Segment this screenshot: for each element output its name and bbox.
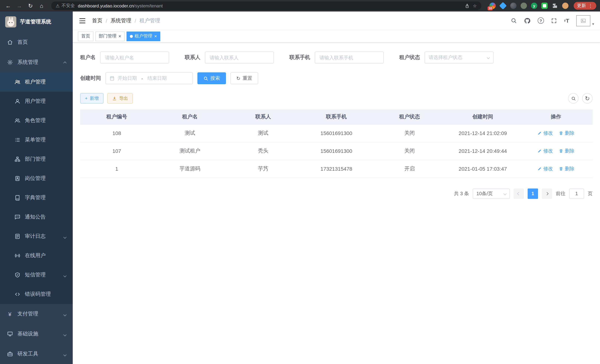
search-icon[interactable]: [511, 18, 517, 24]
sidebar-item-online-users[interactable]: 在线用户: [0, 246, 73, 265]
close-icon[interactable]: ×: [118, 34, 121, 38]
sidebar-item-posts[interactable]: 岗位管理: [0, 169, 73, 188]
sidebar-item-sms[interactable]: 短信管理: [0, 265, 73, 285]
sidebar-item-notices[interactable]: 通知公告: [0, 207, 73, 227]
export-button[interactable]: 导出: [107, 93, 133, 103]
sidebar-item-departments[interactable]: 部门管理: [0, 149, 73, 169]
font-size-icon[interactable]: тT: [564, 18, 569, 24]
sidebar-item-error-codes[interactable]: 错误码管理: [0, 285, 73, 304]
column-header: 操作: [519, 110, 593, 124]
sidebar-toggle-icon[interactable]: [79, 17, 86, 24]
app-body: 芋道管理系统 首页 系统管理 租户管: [0, 11, 600, 364]
tab-tenant[interactable]: 租户管理 ×: [126, 31, 160, 41]
sidebar-item-roles[interactable]: 角色管理: [0, 111, 73, 130]
hide-search-button[interactable]: [568, 93, 579, 103]
extension-icon-2[interactable]: [499, 2, 507, 10]
contact-input[interactable]: [205, 52, 274, 64]
app-title: 芋道管理系统: [20, 19, 51, 25]
column-header: 创建时间: [446, 110, 519, 124]
export-button-label: 导出: [119, 95, 128, 102]
sidebar-item-infrastructure[interactable]: 基础设施: [0, 324, 73, 344]
filter-create-time: 创建时间 开始日期 - 结束日期: [80, 72, 193, 84]
prev-page-button[interactable]: [514, 188, 524, 199]
page-content: 租户名 联系人 联系手机 租户状态 请选择租户状态: [73, 43, 600, 364]
next-page-button[interactable]: [542, 188, 552, 199]
delete-link[interactable]: 删除: [559, 148, 575, 154]
date-range-input[interactable]: 开始日期 - 结束日期: [105, 72, 193, 84]
help-icon[interactable]: ?: [538, 18, 544, 24]
date-start-placeholder: 开始日期: [118, 75, 137, 82]
sidebar-item-audit-log[interactable]: 审计日志: [0, 227, 73, 246]
puzzle-icon[interactable]: [552, 3, 558, 9]
edit-link[interactable]: 修改: [537, 166, 553, 172]
kebab-menu-icon[interactable]: ⋮: [588, 3, 593, 9]
user-menu[interactable]: ▾: [576, 15, 594, 26]
reload-icon[interactable]: ↻: [26, 1, 35, 10]
extension-icon-4[interactable]: [521, 3, 527, 9]
delete-link[interactable]: 删除: [559, 130, 575, 137]
extension-icon-6[interactable]: [541, 3, 548, 9]
edit-link[interactable]: 修改: [537, 148, 553, 154]
url-bar[interactable]: ⚠ 不安全 dashboard.yudao.iocoder.cn/system/…: [51, 1, 481, 10]
sidebar-item-system[interactable]: 系统管理: [0, 52, 73, 72]
cell-phone: 17321315478: [300, 160, 373, 178]
filter-row-2: 创建时间 开始日期 - 结束日期 搜索: [80, 72, 593, 84]
breadcrumb-home[interactable]: 首页: [92, 17, 103, 24]
close-icon[interactable]: ×: [154, 34, 157, 38]
menu-list-icon: [14, 137, 20, 143]
sidebar-item-tenant[interactable]: 租户管理: [0, 72, 73, 92]
update-button[interactable]: 更新 ⋮: [574, 2, 596, 10]
status-select[interactable]: 请选择租户状态: [424, 52, 494, 64]
tenant-name-input[interactable]: [100, 52, 169, 64]
chevron-down-icon: [64, 331, 66, 337]
sidebar-item-payment[interactable]: ¥ 支付管理: [0, 304, 73, 324]
goto-page-input[interactable]: [569, 188, 584, 199]
extension-icon-5[interactable]: y: [531, 3, 537, 9]
back-icon[interactable]: ←: [4, 1, 13, 10]
breadcrumb-system[interactable]: 系统管理: [111, 17, 131, 24]
screenshot-viewport: ← → ↻ ⌂ ⚠ 不安全 dashboard.yudao.iocoder.cn…: [0, 0, 600, 364]
payment-icon: ¥: [7, 311, 13, 317]
page-size-select[interactable]: 10条/页: [473, 188, 510, 199]
cell-actions: 修改删除: [519, 124, 593, 142]
cell-tenant-id: 108: [80, 124, 153, 142]
search-button[interactable]: 搜索: [197, 72, 226, 84]
add-button[interactable]: + 新增: [80, 93, 103, 103]
security-chip[interactable]: ⚠ 不安全: [56, 3, 75, 9]
page-number-button[interactable]: 1: [528, 188, 538, 199]
share-icon[interactable]: [465, 3, 470, 8]
sidebar-item-users[interactable]: 用户管理: [0, 92, 73, 111]
sidebar-item-dictionary[interactable]: 字典管理: [0, 188, 73, 207]
table-header-row: 租户编号 租户名 联系人 联系手机 租户状态 创建时间 操作: [80, 110, 593, 124]
delete-link[interactable]: 删除: [559, 166, 575, 172]
filter-status: 租户状态 请选择租户状态: [399, 52, 494, 64]
field-label: 联系手机: [290, 54, 310, 61]
tabs-bar: 首页 部门管理 × 租户管理 ×: [73, 30, 600, 43]
filter-contact: 联系人: [185, 52, 274, 64]
column-header: 租户编号: [80, 110, 153, 124]
sidebar-logo-row[interactable]: 芋道管理系统: [0, 11, 73, 32]
avatar[interactable]: [576, 15, 590, 26]
sidebar-item-menus[interactable]: 菜单管理: [0, 130, 73, 149]
home-icon[interactable]: ⌂: [37, 1, 46, 10]
sidebar-item-devtools[interactable]: 研发工具: [0, 344, 73, 364]
phone-input[interactable]: [315, 52, 384, 64]
sidebar-item-home[interactable]: 首页: [0, 32, 73, 52]
extension-icon-3[interactable]: [510, 3, 516, 9]
fullscreen-icon[interactable]: [551, 18, 557, 24]
star-icon[interactable]: ☆: [473, 3, 477, 8]
column-header: 租户名: [153, 110, 227, 124]
tab-home[interactable]: 首页: [78, 31, 94, 41]
reset-button[interactable]: ↻ 重置: [230, 72, 258, 84]
app-window: ← → ↻ ⌂ ⚠ 不安全 dashboard.yudao.iocoder.cn…: [0, 0, 600, 364]
browser-profile-avatar[interactable]: [562, 3, 568, 9]
tab-departments[interactable]: 部门管理 ×: [95, 31, 124, 41]
refresh-table-button[interactable]: ↻: [582, 93, 593, 103]
edit-link[interactable]: 修改: [537, 130, 553, 137]
audit-log-icon: [14, 233, 20, 240]
select-placeholder: 请选择租户状态: [429, 54, 462, 61]
sidebar-item-label: 首页: [18, 39, 28, 46]
github-icon[interactable]: [524, 17, 531, 24]
forward-icon[interactable]: →: [15, 1, 24, 10]
extension-icon-1[interactable]: 10: [489, 3, 496, 9]
